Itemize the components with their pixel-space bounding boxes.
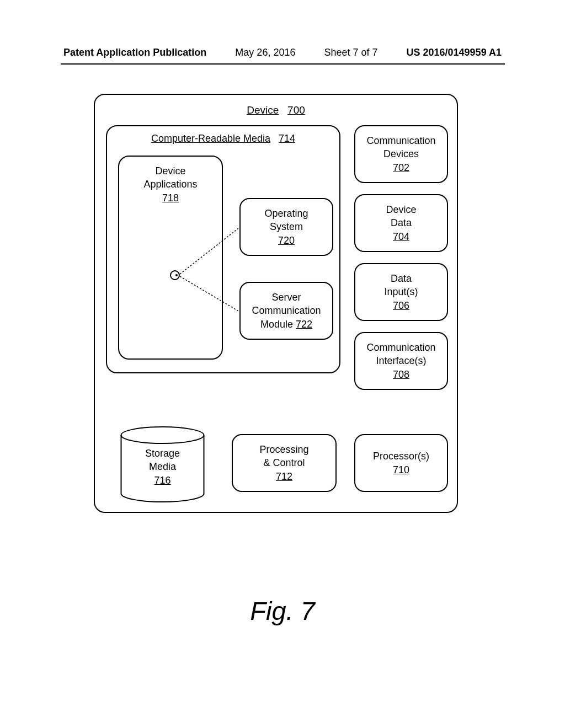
server-comm-module-box: Server Communication Module 722 <box>239 282 333 340</box>
device-applications-box: Device Applications 718 <box>118 156 223 360</box>
publication-number: US 2016/0149959 A1 <box>407 47 502 58</box>
apps-label: Device Applications 718 <box>119 164 222 205</box>
operating-system-box: Operating System 720 <box>239 198 333 256</box>
communication-interfaces-box: Communication Interface(s) 708 <box>354 332 448 390</box>
processors-box: Processor(s) 710 <box>354 434 448 492</box>
header-rule <box>61 63 505 65</box>
svg-point-2 <box>121 427 204 443</box>
device-title: Device 700 <box>247 104 305 116</box>
computer-readable-media-box: Computer-Readable Media 714 Device Appli… <box>106 125 340 373</box>
storage-label: Storage Media 716 <box>120 447 205 487</box>
media-title: Computer-Readable Media 714 <box>151 133 295 144</box>
publication-label: Patent Application Publication <box>63 47 206 58</box>
sheet-number: Sheet 7 of 7 <box>324 47 377 58</box>
device-box: Device 700 Computer-Readable Media 714 D… <box>94 94 458 513</box>
data-inputs-box: Data Input(s) 706 <box>354 263 448 321</box>
storage-media-cylinder: Storage Media 716 <box>120 426 205 503</box>
publication-date: May 26, 2016 <box>235 47 295 58</box>
figure-diagram: Device 700 Computer-Readable Media 714 D… <box>94 94 458 513</box>
communication-devices-box: Communication Devices 702 <box>354 125 448 183</box>
connector-dot <box>170 270 180 280</box>
device-data-box: Device Data 704 <box>354 194 448 252</box>
figure-label: Fig. 7 <box>250 596 315 626</box>
processing-control-box: Processing & Control 712 <box>232 434 337 492</box>
page-header: Patent Application Publication May 26, 2… <box>0 47 565 58</box>
